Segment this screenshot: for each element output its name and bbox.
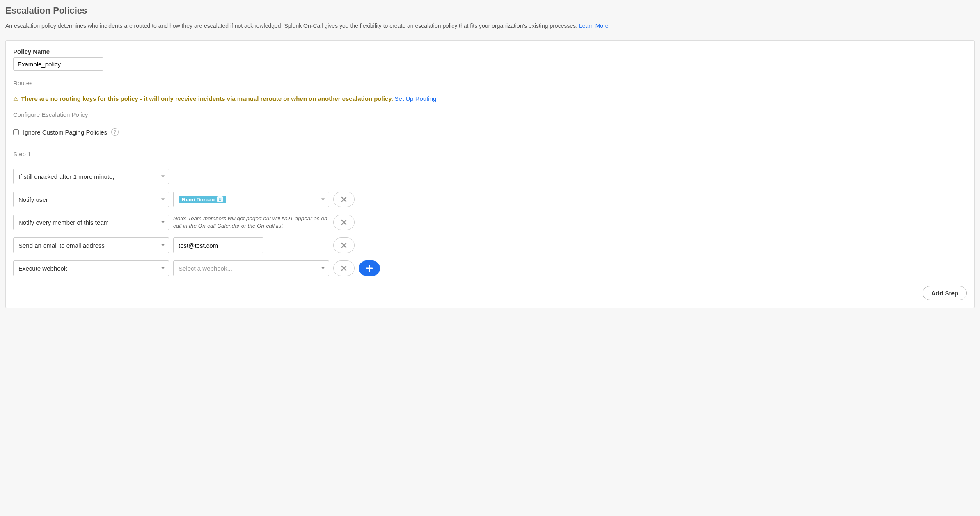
configure-header: Configure Escalation Policy [13, 111, 967, 121]
step-header: Step 1 [13, 151, 967, 160]
close-icon [341, 196, 347, 202]
action-type-select-3[interactable]: Execute webhook [13, 260, 169, 276]
team-note: Note: Team members will get paged but wi… [173, 215, 329, 230]
chevron-down-icon [161, 221, 165, 224]
action-row-notify-user: Notify user Remi Doreau U [13, 192, 967, 207]
close-icon [341, 265, 347, 271]
delay-select[interactable]: If still unacked after 1 more minute, [13, 169, 169, 184]
chevron-down-icon [161, 199, 165, 201]
remove-action-button-3[interactable] [333, 260, 355, 276]
ignore-paging-row: Ignore Custom Paging Policies ? [13, 128, 967, 136]
routes-header: Routes [13, 80, 967, 89]
remove-action-button-2[interactable] [333, 237, 355, 253]
user-chip: Remi Doreau U [179, 196, 226, 203]
action-type-value-1: Notify every member of this team [18, 219, 109, 226]
user-select[interactable]: Remi Doreau U [173, 192, 329, 207]
plus-icon [366, 265, 373, 272]
action-type-select-2[interactable]: Send an email to email address [13, 237, 169, 253]
chevron-down-icon [321, 267, 325, 269]
policy-name-label: Policy Name [13, 48, 967, 55]
warning-icon: ⚠ [13, 96, 18, 102]
action-type-select-1[interactable]: Notify every member of this team [13, 215, 169, 230]
policy-name-input[interactable] [13, 57, 103, 71]
chevron-down-icon [321, 199, 325, 201]
chevron-down-icon [161, 244, 165, 247]
setup-routing-link[interactable]: Set Up Routing [395, 95, 437, 102]
remove-action-button-1[interactable] [333, 215, 355, 230]
add-step-button[interactable]: Add Step [923, 286, 967, 300]
webhook-select[interactable]: Select a webhook... [173, 260, 329, 276]
action-type-value-2: Send an email to email address [18, 242, 105, 249]
step-form: If still unacked after 1 more minute, No… [13, 169, 967, 276]
intro-text: An escalation policy determines who inci… [5, 23, 579, 29]
panel-footer: Add Step [13, 286, 967, 300]
action-row-notify-team: Notify every member of this team Note: T… [13, 215, 967, 230]
policy-panel: Policy Name Routes ⚠ There are no routin… [5, 40, 975, 308]
ignore-paging-checkbox[interactable] [13, 129, 19, 135]
delay-row: If still unacked after 1 more minute, [13, 169, 967, 184]
add-action-button[interactable] [359, 260, 380, 276]
close-icon [341, 219, 347, 225]
help-icon[interactable]: ? [111, 128, 119, 136]
remove-action-button-0[interactable] [333, 192, 355, 207]
routes-warning-text: There are no routing keys for this polic… [21, 95, 393, 102]
action-type-select-0[interactable]: Notify user [13, 192, 169, 207]
action-type-value-3: Execute webhook [18, 265, 67, 272]
page-title: Escalation Policies [5, 5, 975, 16]
delay-select-value: If still unacked after 1 more minute, [18, 173, 114, 180]
action-type-value-0: Notify user [18, 196, 48, 203]
routes-warning: ⚠ There are no routing keys for this pol… [13, 95, 967, 102]
webhook-placeholder: Select a webhook... [179, 265, 232, 272]
action-row-email: Send an email to email address [13, 237, 967, 253]
action-row-webhook: Execute webhook Select a webhook... [13, 260, 967, 276]
ignore-paging-label: Ignore Custom Paging Policies [23, 129, 107, 136]
email-input[interactable] [173, 237, 263, 253]
user-chip-name: Remi Doreau [182, 196, 215, 203]
chevron-down-icon [161, 176, 165, 178]
page-container: Escalation Policies An escalation policy… [5, 5, 975, 308]
chevron-down-icon [161, 267, 165, 269]
intro-paragraph: An escalation policy determines who inci… [5, 22, 975, 30]
close-icon [341, 242, 347, 248]
learn-more-link[interactable]: Learn More [579, 23, 609, 29]
user-chip-badge: U [217, 196, 223, 202]
